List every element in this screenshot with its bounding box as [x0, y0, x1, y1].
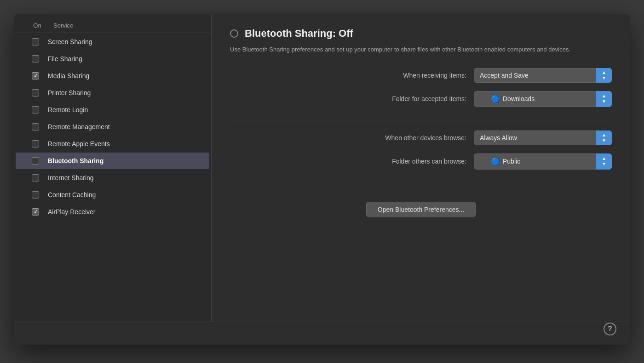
service-name-content-caching: Content Caching: [48, 191, 202, 199]
service-item-internet-sharing[interactable]: Internet Sharing: [16, 170, 209, 186]
open-bluetooth-preferences-button[interactable]: Open Bluetooth Preferences...: [366, 202, 476, 217]
folder-accepted-select[interactable]: 🔵 Downloads: [474, 91, 612, 107]
checkbox-col-content-caching: [23, 191, 48, 199]
browse-devices-select-wrapper[interactable]: Always Allow ▲ ▼: [474, 130, 612, 145]
service-name-screen-sharing: Screen Sharing: [48, 38, 202, 45]
folder-browse-stepper[interactable]: ▲ ▼: [596, 153, 612, 170]
service-name-bluetooth-sharing: Bluetooth Sharing: [48, 157, 202, 164]
downloads-folder-icon: 🔵: [491, 95, 500, 103]
service-name-remote-apple-events: Remote Apple Events: [48, 140, 202, 147]
stepper-up-icon: ▲: [602, 156, 606, 161]
service-name-remote-management: Remote Management: [48, 123, 202, 130]
divider: [230, 121, 612, 121]
stepper-up-icon: ▲: [602, 94, 606, 98]
service-name-remote-login: Remote Login: [48, 106, 202, 113]
folder-accepted-value: Downloads: [503, 95, 535, 102]
checkbox-bluetooth-sharing[interactable]: [32, 157, 39, 164]
browse-devices-value: Always Allow: [480, 134, 517, 142]
receive-items-value: Accept and Save: [480, 72, 529, 79]
service-item-content-caching[interactable]: Content Caching: [16, 187, 209, 203]
receive-settings-section: When receiving items: Accept and Save ▲ …: [230, 68, 612, 107]
service-item-remote-apple-events[interactable]: Remote Apple Events: [16, 136, 209, 152]
col-service-header: Service: [53, 22, 204, 29]
receive-items-select[interactable]: Accept and Save: [474, 68, 612, 83]
folder-accepted-select-wrapper[interactable]: 🔵 Downloads ▲ ▼: [474, 91, 612, 107]
checkbox-airplay-receiver[interactable]: [32, 208, 39, 216]
folder-accepted-label: Folder for accepted items:: [351, 95, 466, 102]
browse-devices-row: When other devices browse: Always Allow …: [230, 130, 612, 145]
service-name-airplay-receiver: AirPlay Receiver: [48, 208, 202, 216]
service-list: Screen SharingFile SharingMedia SharingP…: [14, 33, 211, 317]
checkbox-media-sharing[interactable]: [32, 72, 39, 79]
stepper-down-icon: ▼: [602, 162, 606, 166]
service-name-internet-sharing: Internet Sharing: [48, 174, 202, 182]
folder-accepted-stepper[interactable]: ▲ ▼: [596, 91, 612, 107]
checkbox-col-file-sharing: [23, 55, 48, 62]
service-name-media-sharing: Media Sharing: [48, 72, 202, 79]
stepper-down-icon: ▼: [602, 138, 606, 143]
receive-items-label: When receiving items:: [351, 72, 466, 79]
checkbox-col-remote-apple-events: [23, 140, 48, 147]
status-circle: [230, 29, 238, 38]
checkbox-col-printer-sharing: [23, 89, 48, 96]
folder-browse-label: Folder others can browse:: [351, 158, 466, 165]
service-description: Use Bluetooth Sharing preferences and se…: [230, 45, 607, 54]
service-item-remote-login[interactable]: Remote Login: [16, 102, 209, 118]
checkbox-remote-management[interactable]: [32, 123, 39, 130]
checkbox-col-internet-sharing: [23, 174, 48, 182]
stepper-up-icon: ▲: [602, 133, 606, 137]
folder-browse-select-wrapper[interactable]: 🔵 Public ▲ ▼: [474, 153, 612, 170]
checkbox-file-sharing[interactable]: [32, 55, 39, 62]
public-folder-icon: 🔵: [491, 157, 500, 166]
checkbox-remote-apple-events[interactable]: [32, 140, 39, 147]
bottom-bar: ?: [14, 322, 630, 345]
checkbox-col-media-sharing: [23, 72, 48, 79]
left-panel: On Service Screen SharingFile SharingMed…: [14, 14, 212, 322]
list-header: On Service: [14, 18, 211, 33]
checkbox-col-screen-sharing: [23, 38, 48, 45]
browse-devices-select[interactable]: Always Allow: [474, 130, 612, 145]
service-title-row: Bluetooth Sharing: Off: [230, 28, 612, 40]
service-item-bluetooth-sharing[interactable]: Bluetooth Sharing: [16, 153, 209, 169]
browse-devices-stepper[interactable]: ▲ ▼: [596, 130, 612, 145]
checkbox-col-remote-management: [23, 123, 48, 130]
service-item-printer-sharing[interactable]: Printer Sharing: [16, 85, 209, 101]
receive-items-select-wrapper[interactable]: Accept and Save ▲ ▼: [474, 68, 612, 83]
content-area: On Service Screen SharingFile SharingMed…: [14, 14, 630, 322]
receive-items-stepper[interactable]: ▲ ▼: [596, 68, 612, 83]
right-panel: Bluetooth Sharing: Off Use Bluetooth Sha…: [212, 14, 630, 322]
service-name-file-sharing: File Sharing: [48, 55, 202, 62]
browse-devices-label: When other devices browse:: [351, 134, 466, 142]
sharing-preferences-window: On Service Screen SharingFile SharingMed…: [14, 14, 630, 345]
checkbox-col-bluetooth-sharing: [23, 157, 48, 164]
stepper-up-icon: ▲: [602, 70, 606, 75]
checkbox-col-remote-login: [23, 106, 48, 113]
col-on-header: On: [21, 22, 53, 29]
help-button[interactable]: ?: [604, 323, 616, 335]
service-item-media-sharing[interactable]: Media Sharing: [16, 68, 209, 84]
stepper-down-icon: ▼: [602, 76, 606, 80]
checkbox-screen-sharing[interactable]: [32, 38, 39, 45]
checkbox-remote-login[interactable]: [32, 106, 39, 113]
checkbox-internet-sharing[interactable]: [32, 174, 39, 182]
checkbox-col-airplay-receiver: [23, 208, 48, 216]
stepper-down-icon: ▼: [602, 99, 606, 104]
browse-settings-section: When other devices browse: Always Allow …: [230, 130, 612, 170]
service-item-file-sharing[interactable]: File Sharing: [16, 51, 209, 67]
service-item-airplay-receiver[interactable]: AirPlay Receiver: [16, 204, 209, 220]
service-name-printer-sharing: Printer Sharing: [48, 89, 202, 96]
service-item-remote-management[interactable]: Remote Management: [16, 119, 209, 135]
folder-accepted-row: Folder for accepted items: 🔵 Downloads ▲…: [230, 91, 612, 107]
folder-browse-value: Public: [503, 158, 520, 165]
service-title: Bluetooth Sharing: Off: [245, 28, 353, 40]
checkbox-printer-sharing[interactable]: [32, 89, 39, 96]
receive-items-row: When receiving items: Accept and Save ▲ …: [230, 68, 612, 83]
folder-browse-select[interactable]: 🔵 Public: [474, 153, 612, 170]
checkbox-content-caching[interactable]: [32, 191, 39, 199]
service-item-screen-sharing[interactable]: Screen Sharing: [16, 34, 209, 50]
folder-browse-row: Folder others can browse: 🔵 Public ▲ ▼: [230, 153, 612, 170]
